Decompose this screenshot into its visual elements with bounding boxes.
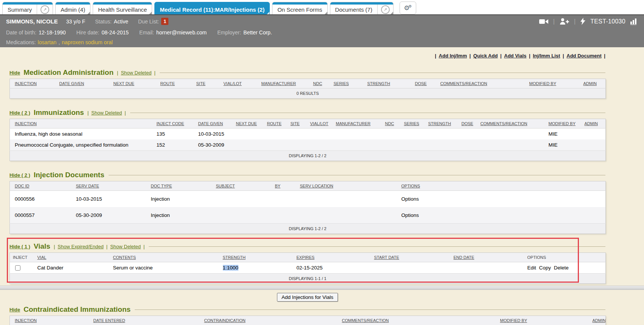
inject-code: 152 [152, 139, 193, 151]
med-admin-show-deleted-link[interactable]: Show Deleted [121, 70, 151, 76]
inj-imm-list-link[interactable]: Inj/Imm List [533, 53, 560, 59]
pipe: | [124, 110, 126, 116]
horizontal-scrollbar[interactable] [0, 286, 644, 290]
quick-add-link[interactable]: Quick Add [473, 53, 498, 59]
settings-gear-button[interactable]: ⚙ ⚙ [400, 2, 416, 14]
summary-popout-button[interactable]: ↗ [37, 2, 53, 14]
injection-name: Pneumococcal Conjugate, unspecified form… [10, 139, 152, 151]
column-header: STRENGTH [423, 119, 457, 128]
vial-inject-checkbox[interactable] [15, 265, 20, 271]
vial-copy-link[interactable]: Copy [539, 265, 551, 271]
section-rule [109, 175, 605, 175]
column-header: ROUTE [156, 79, 191, 88]
patient-name: SIMMONS, NICOLE [6, 18, 58, 25]
add-injections-for-vials-button[interactable]: Add Injections for Vials [277, 293, 338, 302]
tab-summary[interactable]: Summary ↗ [2, 2, 53, 14]
documents-popout-button[interactable]: ↗ [377, 2, 393, 14]
medication-link-losartan[interactable]: losartan [38, 39, 57, 45]
document-row: 0000557 05-30-2009 Injection Options [10, 207, 606, 224]
gear-small-icon: ⚙ [409, 4, 412, 8]
add-document-link[interactable]: Add Document [566, 53, 601, 59]
vials-table: INJECT VIAL CONTENTS STRENGTH EXPIRES ST… [9, 252, 606, 284]
section-rule [149, 246, 605, 247]
column-header: SITE [286, 119, 305, 128]
column-header: OPTIONS [397, 181, 606, 191]
displaying-count: DISPLAYING 1-2 / 2 [10, 151, 606, 161]
column-header: SITE [191, 79, 219, 88]
column-header: DATE ENTERED [89, 316, 199, 325]
doc-type: Injection [146, 191, 211, 207]
tab-health-surveillance[interactable]: Health Surveillance [93, 2, 152, 14]
injection-documents-hide-link[interactable]: Hide ( 2 ) [9, 172, 30, 178]
immunizations-show-deleted-link[interactable]: Show Deleted [91, 110, 122, 116]
immunizations-footer-row: DISPLAYING 1-2 / 2 [10, 151, 606, 161]
column-header: NDC [308, 79, 329, 88]
vial-delete-link[interactable]: Delete [554, 265, 569, 271]
column-header: MANUFACTURER [331, 119, 380, 128]
pipe: | [106, 244, 107, 249]
medication-link-naproxen[interactable]: naproxen sodium oral [62, 39, 113, 45]
add-user-icon[interactable] [560, 18, 569, 25]
status-value: Active [114, 19, 128, 25]
document-options-link[interactable]: Options [401, 196, 419, 202]
date-given: 05-30-2009 [193, 139, 231, 151]
injection-documents-title: Injection Documents [34, 171, 104, 179]
column-header: ADMIN [580, 119, 606, 128]
inject-code: 135 [152, 128, 193, 140]
medications-label: Medications: [6, 39, 36, 45]
tab-documents[interactable]: Documents (7) ↗ [330, 2, 394, 14]
column-header: SERV LOCATION [295, 181, 397, 191]
column-header: VIAL/LOT [219, 79, 257, 88]
section-rule [130, 113, 605, 113]
vials-section-header: Hide ( 1 ) Vials | Show Expired/Ended | … [9, 242, 605, 251]
document-options-link[interactable]: Options [401, 212, 419, 218]
injection-name: Influenza, high dose seasonal [10, 128, 152, 140]
column-header: STRENGTH [362, 79, 410, 88]
email-value: horner@mieweb.com [156, 29, 207, 36]
vials-show-deleted-link[interactable]: Show Deleted [110, 244, 141, 249]
column-header: SERIES [399, 119, 423, 128]
contraindicated-table: INJECTION DATE ENTERED CONTRAINDICATION … [9, 316, 606, 325]
contraindicated-hide-link[interactable]: Hide [9, 307, 20, 313]
column-header: CONTENTS [108, 253, 218, 262]
vials-show-expired-link[interactable]: Show Expired/Ended [58, 244, 103, 249]
column-header: BY [270, 181, 295, 191]
injection-documents-footer-row: DISPLAYING 1-2 / 2 [10, 224, 606, 234]
serv-date: 05-30-2009 [71, 207, 146, 224]
tab-summary-label: Summary [3, 2, 37, 14]
immunizations-section-header: Hide ( 2 ) Immunizations | Show Deleted … [9, 108, 605, 117]
tab-medical-record[interactable]: Medical Record (11):MAR/Injections (2) [154, 2, 270, 14]
add-vials-link[interactable]: Add Vials [504, 53, 526, 59]
column-header: VIAL [33, 253, 108, 262]
column-header: INJECT [10, 253, 33, 262]
medications-bar: Medications: losartan, naproxen sodium o… [0, 37, 644, 47]
lightning-bolt-icon[interactable] [580, 18, 585, 25]
tab-medical-record-label: Medical Record (11):MAR/Injections (2) [155, 2, 269, 14]
pipe: | [154, 70, 155, 76]
immunizations-hide-link[interactable]: Hide ( 2 ) [9, 110, 30, 116]
due-list-badge[interactable]: 1 [161, 18, 168, 25]
results-count: 0 RESULTS [10, 88, 606, 99]
serv-date: 10-03-2015 [71, 191, 146, 207]
tab-admin[interactable]: Admin (4) [55, 2, 90, 14]
date-given: 10-03-2015 [193, 128, 231, 140]
vials-hide-link[interactable]: Hide ( 1 ) [9, 244, 30, 249]
vials-title: Vials [34, 242, 50, 251]
column-header: INJECTION [10, 79, 54, 88]
med-admin-hide-link[interactable]: Hide [9, 70, 20, 76]
tab-on-screen-forms-label: On Screen Forms [272, 2, 327, 14]
vial-edit-link[interactable]: Edit [527, 265, 536, 271]
document-row: 0000556 10-03-2015 Injection Options [10, 191, 606, 207]
separator: | [553, 18, 555, 25]
action-links-row: | Add Inj/Imm | Quick Add | Add Vials | … [9, 47, 605, 59]
video-camera-icon[interactable] [539, 19, 548, 24]
column-header: NEXT DUE [109, 79, 156, 88]
add-inj-imm-link[interactable]: Add Inj/Imm [439, 53, 467, 59]
column-header: DOC TYPE [146, 181, 211, 191]
pipe: | [500, 53, 502, 59]
column-header: MODIFIED BY [544, 119, 580, 128]
hire-date-value: 08-24-2015 [101, 29, 129, 36]
bar-chart-icon[interactable] [630, 18, 638, 25]
tab-on-screen-forms[interactable]: On Screen Forms [272, 2, 327, 14]
column-header: SERIES [329, 79, 362, 88]
